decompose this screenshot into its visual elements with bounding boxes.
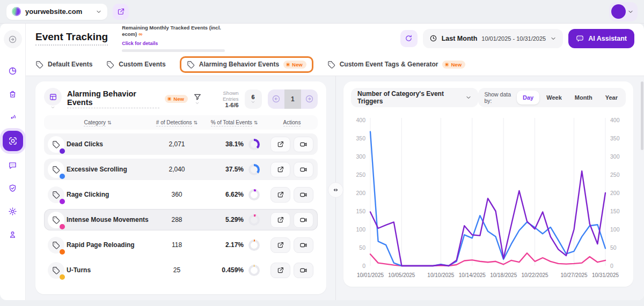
pagination: 1 xyxy=(268,89,318,109)
tag-icon xyxy=(327,61,335,69)
percent-of-total: 6.62% xyxy=(225,191,244,198)
chevron-down-icon xyxy=(251,100,255,105)
sidebar-item-collapse-panel[interactable] xyxy=(4,30,22,48)
content-area: Alarming Behavior Events New Shown Entri… xyxy=(26,76,644,300)
view-recordings-button[interactable] xyxy=(294,137,313,152)
prev-page-button[interactable] xyxy=(268,89,284,109)
metric-selector-value: Number of Category's Event Triggers xyxy=(357,90,465,105)
column-header-actions: Actions xyxy=(266,120,318,125)
percent-of-total: 37.5% xyxy=(225,166,244,173)
tag-icon xyxy=(52,140,60,148)
svg-text:0: 0 xyxy=(362,263,365,269)
detections-count: 118 xyxy=(151,241,202,249)
column-header-category[interactable]: Category⇅ xyxy=(44,120,151,125)
open-site-button[interactable] xyxy=(113,4,129,20)
percent-of-total: 0.459% xyxy=(222,266,244,274)
tab-label: Custom Event Tags & Generator xyxy=(340,61,438,68)
panel-icon-toggle[interactable] xyxy=(44,88,62,110)
granularity-month[interactable]: Month xyxy=(569,91,598,105)
tab-label: Default Events xyxy=(48,61,92,68)
topbar: yourwebsite.com xyxy=(0,0,644,24)
sort-icon: ⇅ xyxy=(194,120,198,125)
metric-selector[interactable]: Number of Category's Event Triggers xyxy=(351,88,478,107)
table-row-rage-clicking[interactable]: Rage Clicking 360 6.62% xyxy=(44,184,318,205)
chevron-down-icon xyxy=(465,94,472,101)
tab-alarming-behavior-events[interactable]: Alarming Behavior EventsNew xyxy=(180,56,313,73)
percent-ring xyxy=(248,240,260,251)
site-logo-icon xyxy=(12,7,21,16)
target-scan-icon xyxy=(8,136,18,146)
granularity-year[interactable]: Year xyxy=(599,91,624,105)
open-events-button[interactable] xyxy=(270,137,290,152)
account-menu[interactable] xyxy=(609,2,638,21)
site-selector[interactable]: yourwebsite.com xyxy=(6,4,107,20)
tab-label: Custom Events xyxy=(119,61,165,68)
view-recordings-button[interactable] xyxy=(294,263,313,278)
view-recordings-button[interactable] xyxy=(294,237,313,253)
sidebar-item-ecommerce[interactable] xyxy=(4,85,22,103)
category-name: Dead Clicks xyxy=(67,140,151,148)
sidebar-item-dashboard[interactable] xyxy=(4,62,22,80)
svg-text:50: 50 xyxy=(610,244,617,251)
view-recordings-button[interactable] xyxy=(294,187,313,203)
date-range-selector[interactable]: Last Month 10/01/2025 - 10/31/2025 xyxy=(423,29,564,48)
chat-bubble-icon xyxy=(8,161,17,170)
table-icon xyxy=(44,88,62,106)
view-recordings-button[interactable] xyxy=(294,212,313,228)
table-row-excessive-scrolling[interactable]: Excessive Scrolling 2,040 37.5% xyxy=(44,159,318,180)
ai-assistant-button[interactable]: AI Assistant xyxy=(568,29,634,48)
view-recordings-button[interactable] xyxy=(294,162,313,177)
scrollbar[interactable] xyxy=(641,81,643,150)
refresh-button[interactable] xyxy=(400,30,418,47)
table-row-intense-mouse-movements[interactable]: Intense Mouse Movements 288 5.29% xyxy=(44,209,318,230)
detections-count: 2,040 xyxy=(151,166,202,173)
open-events-button[interactable] xyxy=(270,212,290,228)
tag-icon xyxy=(52,266,60,274)
open-events-button[interactable] xyxy=(270,187,290,203)
granularity-day[interactable]: Day xyxy=(517,91,539,105)
svg-text:400: 400 xyxy=(610,117,620,123)
sidebar-item-users[interactable] xyxy=(4,225,22,243)
filter-button[interactable] xyxy=(193,93,202,106)
pie-chart-icon xyxy=(8,66,17,76)
page-size-selector[interactable]: 6 xyxy=(245,89,262,109)
open-events-button[interactable] xyxy=(270,162,290,177)
alarming-events-panel: Alarming Behavior Events New Shown Entri… xyxy=(35,81,326,294)
category-name: Rapid Page Reloading xyxy=(67,241,151,249)
table-header-row: Category⇅# of Detections⇅% of Total Even… xyxy=(44,115,318,130)
svg-text:10/31/2025: 10/31/2025 xyxy=(592,272,619,278)
period-range: 10/01/2025 - 10/31/2025 xyxy=(481,35,546,42)
panel-resize-handle[interactable] xyxy=(328,182,343,198)
page-title: Event Tracking xyxy=(35,31,108,46)
sidebar-item-feedback[interactable] xyxy=(4,156,22,174)
percent-ring xyxy=(248,139,260,150)
column-header--of-total-events[interactable]: % of Total Events⇅ xyxy=(202,120,266,125)
table-row-rapid-page-reloading[interactable]: Rapid Page Reloading 118 2.17% xyxy=(44,234,318,256)
tab-default-events[interactable]: Default Events xyxy=(35,61,92,69)
click-for-details-link[interactable]: Click for details xyxy=(122,41,158,46)
sidebar-item-recordings[interactable] xyxy=(4,108,22,126)
tab-custom-event-tags-generator[interactable]: Custom Event Tags & GeneratorNew xyxy=(327,61,465,69)
sidebar-item-settings[interactable] xyxy=(4,202,22,220)
open-events-button[interactable] xyxy=(270,263,290,278)
remaining-events-progressbar xyxy=(122,49,225,52)
sidebar-item-event-tracking[interactable] xyxy=(3,131,23,151)
category-color-dot xyxy=(60,224,65,229)
table-row-dead-clicks[interactable]: Dead Clicks 2,071 38.1% xyxy=(44,133,318,155)
category-icon xyxy=(48,237,64,253)
granularity-week[interactable]: Week xyxy=(540,91,568,105)
table-row-u-turns[interactable]: U-Turns 25 0.459% xyxy=(44,259,318,281)
next-page-button[interactable] xyxy=(301,89,318,109)
category-color-dot xyxy=(60,249,65,255)
open-events-button[interactable] xyxy=(270,237,290,253)
column-header--of-detections[interactable]: # of Detections⇅ xyxy=(151,120,202,125)
app-frame: Event Tracking Remaining Monthly Tracked… xyxy=(0,24,644,300)
radar-icon xyxy=(8,113,17,122)
category-name: Excessive Scrolling xyxy=(67,166,151,173)
svg-text:150: 150 xyxy=(356,208,365,214)
tag-icon xyxy=(52,216,60,224)
sidebar-item-privacy[interactable] xyxy=(4,179,22,197)
sort-icon: ⇅ xyxy=(254,120,258,125)
tag-icon xyxy=(187,61,195,69)
tab-custom-events[interactable]: Custom Events xyxy=(106,61,165,69)
